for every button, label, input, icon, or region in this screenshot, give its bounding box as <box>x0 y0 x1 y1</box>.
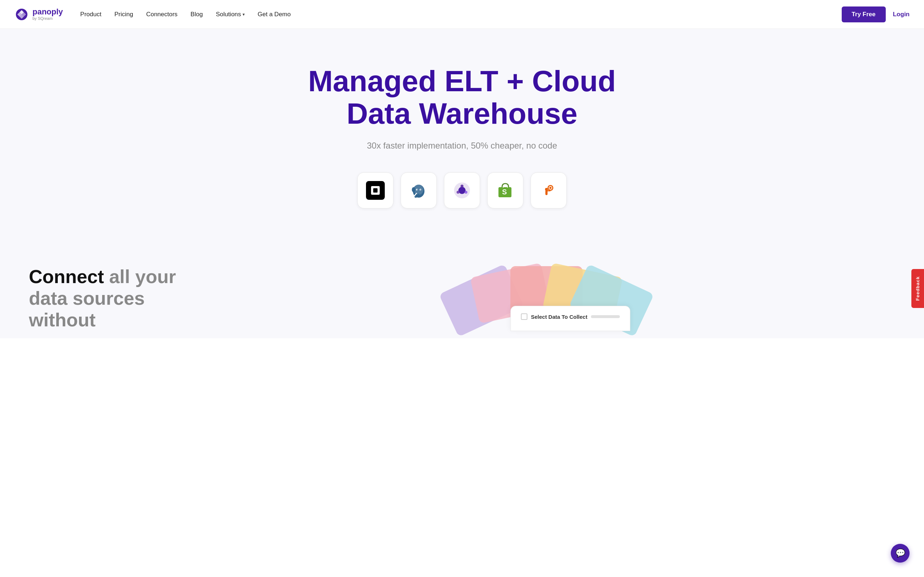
nav-right: Try Free Login <box>842 6 909 23</box>
nav-link-connectors[interactable]: Connectors <box>146 11 178 18</box>
connector-card-shopify[interactable]: S <box>487 172 523 208</box>
collect-checkbox[interactable] <box>521 313 527 320</box>
postgresql-icon <box>409 180 429 200</box>
svg-point-9 <box>412 187 415 192</box>
svg-text:S: S <box>502 188 507 196</box>
nav-link-solutions[interactable]: Solutions <box>216 11 241 18</box>
nav-item-solutions[interactable]: Solutions ▾ <box>216 11 245 18</box>
data-collect-title: Select Data To Collect <box>521 313 620 320</box>
shopify-icon: S <box>496 181 515 200</box>
nav-item-pricing[interactable]: Pricing <box>115 11 133 18</box>
hero-title: Managed ELT + Cloud Data Warehouse <box>300 65 624 130</box>
login-link[interactable]: Login <box>893 11 909 18</box>
nav-item-connectors[interactable]: Connectors <box>146 11 178 18</box>
square-icon <box>366 181 385 200</box>
nav-link-demo[interactable]: Get a Demo <box>258 11 291 18</box>
connector-card-postgresql[interactable] <box>401 172 437 208</box>
connect-bold: Connect <box>29 266 104 287</box>
svg-point-8 <box>420 190 421 190</box>
connector-card-panoply[interactable] <box>444 172 480 208</box>
connector-icons-row: S <box>15 172 909 208</box>
data-collect-panel: Select Data To Collect <box>510 306 630 331</box>
connect-title: Connect all yourdata sourceswithout <box>29 266 176 331</box>
chevron-down-icon: ▾ <box>242 12 245 17</box>
svg-point-23 <box>549 187 551 189</box>
lower-section: Connect all yourdata sourceswithout Sele… <box>0 259 924 338</box>
logo-name: panoply <box>32 8 63 16</box>
nav-item-blog[interactable]: Blog <box>191 11 203 18</box>
nav-link-product[interactable]: Product <box>80 11 102 18</box>
connector-card-square[interactable] <box>357 172 393 208</box>
logo-sub: by SQream <box>32 16 63 21</box>
hero-subtitle: 30x faster implementation, 50% cheaper, … <box>15 141 909 151</box>
hero-section: Managed ELT + Cloud Data Warehouse 30x f… <box>0 29 924 259</box>
panoply-connector-icon <box>452 181 472 200</box>
nav-item-product[interactable]: Product <box>80 11 102 18</box>
feedback-tab[interactable]: Feedback <box>911 269 924 308</box>
svg-point-7 <box>417 190 418 190</box>
connector-card-hubspot[interactable] <box>531 172 567 208</box>
hubspot-icon <box>539 181 558 200</box>
fan-area: Select Data To Collect <box>197 259 895 331</box>
nav-link-blog[interactable]: Blog <box>191 11 203 18</box>
nav-item-demo[interactable]: Get a Demo <box>258 11 291 18</box>
collect-slider[interactable] <box>591 315 620 318</box>
nav-link-pricing[interactable]: Pricing <box>115 11 133 18</box>
svg-rect-2 <box>373 188 378 193</box>
nav-links: Product Pricing Connectors Blog Solution… <box>80 11 842 18</box>
connect-text: Connect all yourdata sourceswithout <box>29 259 176 331</box>
logo-link[interactable]: panoply by SQream <box>15 7 63 22</box>
logo-icon <box>15 7 29 22</box>
try-free-button[interactable]: Try Free <box>842 6 886 23</box>
navbar: panoply by SQream Product Pricing Connec… <box>0 0 924 29</box>
